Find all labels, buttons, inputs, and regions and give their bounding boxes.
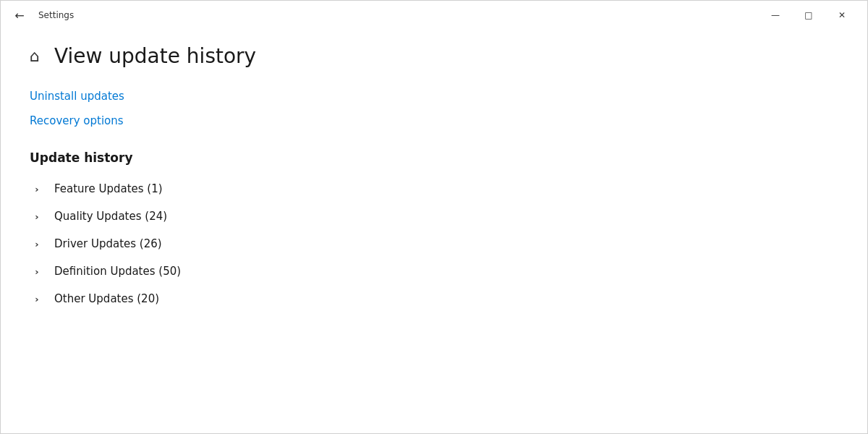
chevron-icon: › bbox=[30, 294, 44, 305]
definition-updates-item[interactable]: › Definition Updates (50) bbox=[30, 258, 838, 285]
page-title: View update history bbox=[54, 44, 256, 68]
other-updates-item[interactable]: › Other Updates (20) bbox=[30, 285, 838, 312]
quality-updates-item[interactable]: › Quality Updates (24) bbox=[30, 203, 838, 230]
other-updates-label: Other Updates (20) bbox=[54, 292, 159, 305]
back-button[interactable]: ← bbox=[9, 5, 30, 25]
settings-window: ← Settings — □ ✕ ⌂ View update history U… bbox=[0, 0, 868, 434]
update-list: › Feature Updates (1) › Quality Updates … bbox=[30, 175, 838, 312]
uninstall-updates-link[interactable]: Uninstall updates bbox=[30, 90, 838, 103]
chevron-icon: › bbox=[30, 184, 44, 195]
page-content: ⌂ View update history Uninstall updates … bbox=[1, 30, 867, 433]
driver-updates-label: Driver Updates (26) bbox=[54, 237, 162, 250]
minimize-button[interactable]: — bbox=[759, 4, 792, 27]
page-header: ⌂ View update history bbox=[30, 44, 838, 68]
update-history-title: Update history bbox=[30, 150, 838, 165]
quality-updates-label: Quality Updates (24) bbox=[54, 210, 167, 223]
window-title: Settings bbox=[38, 10, 74, 20]
feature-updates-item[interactable]: › Feature Updates (1) bbox=[30, 175, 838, 203]
title-bar: ← Settings — □ ✕ bbox=[1, 1, 867, 30]
driver-updates-item[interactable]: › Driver Updates (26) bbox=[30, 230, 838, 258]
chevron-icon: › bbox=[30, 239, 44, 250]
definition-updates-label: Definition Updates (50) bbox=[54, 265, 181, 278]
home-icon: ⌂ bbox=[30, 47, 40, 65]
title-bar-left: ← Settings bbox=[9, 5, 74, 25]
chevron-icon: › bbox=[30, 211, 44, 222]
links-section: Uninstall updates Recovery options bbox=[30, 90, 838, 127]
chevron-icon: › bbox=[30, 266, 44, 277]
feature-updates-label: Feature Updates (1) bbox=[54, 182, 163, 195]
window-controls: — □ ✕ bbox=[759, 4, 859, 27]
maximize-button[interactable]: □ bbox=[792, 4, 825, 27]
close-button[interactable]: ✕ bbox=[825, 4, 859, 27]
recovery-options-link[interactable]: Recovery options bbox=[30, 114, 838, 127]
